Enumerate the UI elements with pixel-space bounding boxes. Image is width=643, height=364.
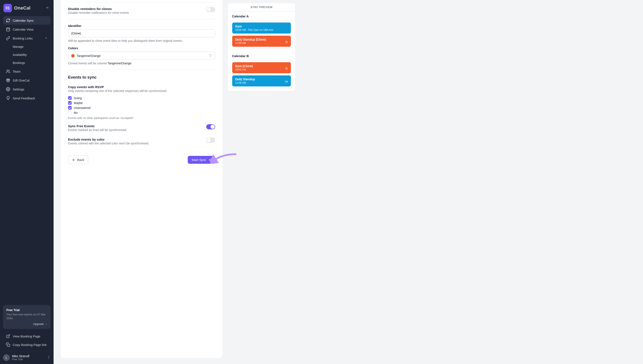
svg-rect-8 xyxy=(286,42,288,43)
calendar-a-label: Calendar A xyxy=(228,12,295,20)
sidebar-item-settings[interactable]: Settings xyxy=(3,85,51,94)
checkbox[interactable] xyxy=(68,101,72,105)
svg-rect-3 xyxy=(8,344,10,346)
identifier-label: Identifier xyxy=(68,24,215,28)
colors-value: Tangerine/Orange xyxy=(77,54,101,58)
sync-free-title: Sync Free Events xyxy=(68,124,127,128)
sync-free-toggle[interactable] xyxy=(206,124,215,129)
sidebar-label: Bookings xyxy=(13,61,25,64)
rsvp-option-no[interactable]: No xyxy=(68,110,215,115)
rsvp-desc: Only events containing one of the select… xyxy=(68,89,215,92)
preview-card: SYNC PREVIEW Calendar A Gym 10:00 AM · F… xyxy=(228,3,296,91)
copy-booking-link[interactable]: Copy Booking Page link xyxy=(3,340,51,349)
event-time: 10:00 AM · Flex Gym on 16th Ave xyxy=(235,28,288,32)
video-icon xyxy=(285,80,288,84)
event-card: Daily Standup (Clone) 11:00 AM xyxy=(232,36,291,47)
sidebar-item-booking-links[interactable]: Booking Links xyxy=(3,34,51,42)
select-chevron-icon xyxy=(209,54,212,58)
sync-icon xyxy=(6,18,10,22)
rsvp-option-going[interactable]: Going xyxy=(68,96,215,100)
start-sync-button[interactable]: Start Sync xyxy=(188,156,215,164)
gift-icon xyxy=(6,78,10,82)
content-panel: Disable reminders for clones Disable rem… xyxy=(61,0,223,358)
avatar: L xyxy=(3,354,10,361)
sync-free-desc: Events marked as Free will be synchronis… xyxy=(68,128,127,132)
sidebar-label: Availability xyxy=(13,53,27,56)
arrow-right-icon xyxy=(208,158,211,162)
svg-rect-9 xyxy=(286,68,288,70)
sidebar-footer: View Booking Page Copy Booking Page link xyxy=(0,332,54,351)
sidebar-label: Team xyxy=(13,70,21,73)
rsvp-title: Copy events with RSVP xyxy=(68,85,215,89)
sidebar-item-bookings[interactable]: Bookings xyxy=(3,59,51,67)
exclude-color-desc: Events colored with the selected color w… xyxy=(68,142,149,145)
sidebar-label: Calendar Sync xyxy=(13,19,34,22)
rsvp-option-maybe[interactable]: Maybe xyxy=(68,100,215,105)
lock-icon xyxy=(285,40,288,44)
event-time: 11:00 AM xyxy=(235,42,288,44)
rsvp-note: Events with no other participants count … xyxy=(68,116,215,120)
sidebar-item-calendar-view[interactable]: Calendar View xyxy=(3,25,51,34)
checkbox[interactable] xyxy=(68,96,72,100)
color-swatch xyxy=(71,54,75,58)
user-menu-button[interactable] xyxy=(47,355,51,360)
events-section-title: Events to sync xyxy=(68,70,215,80)
main: Disable reminders for clones Disable rem… xyxy=(54,0,643,364)
app-logo[interactable]: 01 OneCal xyxy=(4,4,30,12)
event-title: Daily Standup xyxy=(235,78,288,81)
sidebar-label: Manage xyxy=(13,45,24,48)
footer-link-label: Copy Booking Page link xyxy=(13,343,47,346)
sidebar-item-calendar-sync[interactable]: Calendar Sync xyxy=(3,16,51,25)
colors-select[interactable]: Tangerine/Orange xyxy=(68,52,215,60)
checkbox-label: Maybe xyxy=(74,101,83,105)
calendar-a-events: Gym 10:00 AM · Flex Gym on 16th Ave Dail… xyxy=(230,20,293,49)
external-link-icon xyxy=(6,334,10,338)
bulb-icon xyxy=(6,96,10,100)
svg-point-5 xyxy=(49,357,49,358)
back-button[interactable]: Back xyxy=(68,156,88,164)
disable-reminders-title: Disable reminders for clones xyxy=(68,7,129,10)
svg-point-4 xyxy=(49,356,49,356)
sidebar-item-feedback[interactable]: Send Feedback xyxy=(3,94,51,102)
sidebar-item-availability[interactable]: Availability xyxy=(3,51,51,58)
lock-icon xyxy=(285,67,288,71)
upgrade-link[interactable]: Upgrade → xyxy=(6,322,47,326)
arrow-left-icon xyxy=(72,158,76,162)
sidebar-label: Send Feedback xyxy=(13,96,35,100)
rsvp-option-unanswered[interactable]: Unanswered xyxy=(68,105,215,110)
exclude-color-row: Exclude events by color Events colored w… xyxy=(68,135,215,150)
event-title: Daily Standup (Clone) xyxy=(235,38,288,41)
sidebar-item-team[interactable]: Team xyxy=(3,67,51,76)
sidebar: 01 OneCal Calendar Sync Calendar View Bo… xyxy=(0,0,54,364)
logo-badge: 01 xyxy=(4,4,12,12)
checkbox-label: No xyxy=(74,111,78,114)
disable-reminders-toggle[interactable] xyxy=(206,7,215,12)
checkbox[interactable] xyxy=(68,111,72,114)
view-booking-page-link[interactable]: View Booking Page xyxy=(3,332,51,340)
exclude-color-toggle[interactable] xyxy=(206,138,215,143)
rsvp-block: Copy events with RSVP Only events contai… xyxy=(68,80,215,121)
event-time: 11:00 AM xyxy=(235,81,288,84)
trial-desc: Your free trial expires on 07 Mar 2034. xyxy=(6,312,47,320)
sidebar-nav: Calendar Sync Calendar View Booking Link… xyxy=(0,16,54,302)
sidebar-label: Calendar View xyxy=(13,28,33,31)
team-icon xyxy=(6,69,10,74)
collapse-sidebar-button[interactable] xyxy=(45,5,50,11)
user-info: Mike Stranulf Free Trial xyxy=(12,354,45,361)
checkbox[interactable] xyxy=(68,106,72,110)
exclude-color-title: Exclude events by color xyxy=(68,138,149,141)
chevron-down-icon xyxy=(45,36,48,40)
sidebar-item-gift[interactable]: Gift OneCal xyxy=(3,76,51,84)
checkbox-label: Going xyxy=(74,96,82,100)
event-time: 10:00 AM xyxy=(235,68,288,71)
sidebar-header: 01 OneCal xyxy=(0,0,54,16)
identifier-input[interactable] xyxy=(68,29,215,38)
trial-card: Free Trial Your free trial expires on 07… xyxy=(3,305,51,329)
event-card: Daily Standup 11:00 AM xyxy=(232,76,291,86)
user-row: L Mike Stranulf Free Trial xyxy=(0,351,54,364)
disable-reminders-row: Disable reminders for clones Disable rem… xyxy=(68,2,215,19)
colors-help: Cloned events will be colored Tangerine/… xyxy=(68,62,215,65)
sidebar-item-manage[interactable]: Manage xyxy=(3,43,51,50)
user-plan: Free Trial xyxy=(12,358,45,361)
sidebar-label: Booking Links xyxy=(13,36,33,40)
